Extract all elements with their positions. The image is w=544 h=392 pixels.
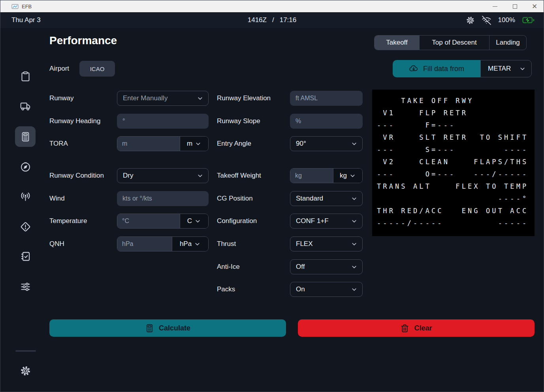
mcdu-line: V1 FLP RETR [377, 107, 531, 119]
temperature-field: C [117, 214, 209, 229]
airport-icao-input[interactable] [79, 61, 115, 77]
temperature-unit-select[interactable]: C [180, 214, 208, 228]
qnh-unit-value: hPa [180, 240, 192, 248]
sidebar-item-flight-info[interactable] [15, 66, 36, 86]
entry-angle-label: Entry Angle [217, 136, 251, 151]
sidebar-item-atc[interactable] [15, 186, 36, 207]
maximize-button[interactable] [511, 3, 518, 10]
mcdu-line: --- F=--- [377, 119, 531, 131]
maximize-icon [513, 4, 517, 9]
minimize-icon [493, 6, 497, 7]
runway-slope-label: Runway Slope [217, 114, 260, 129]
tab-takeoff[interactable]: Takeoff [375, 36, 419, 50]
fill-data-label: Fill data from [423, 65, 464, 73]
entry-angle-select[interactable]: 90° [290, 136, 363, 151]
runway-heading-label: Runway Heading [49, 114, 100, 129]
anti-ice-label: Anti-Ice [217, 259, 240, 274]
app-logo-icon[interactable] [18, 38, 33, 56]
tab-landing[interactable]: Landing [489, 36, 526, 50]
sidebar-item-performance[interactable] [15, 126, 36, 147]
runway-elevation-label: Runway Elevation [217, 91, 271, 106]
runway-label: Runway [49, 91, 73, 106]
chevron-down-icon [351, 264, 358, 270]
runway-select-value: Enter Manually [123, 94, 168, 102]
mcdu-line: --- S=--- ---- [377, 144, 531, 156]
takeoff-weight-unit-value: kg [340, 172, 347, 180]
gear-icon [20, 365, 31, 377]
tab-top-of-descent[interactable]: Top of Descent [419, 36, 489, 50]
chevron-down-icon [349, 173, 356, 179]
runway-condition-label: Runway Condition [49, 168, 104, 183]
cg-position-value: Standard [296, 195, 323, 203]
thrust-value: FLEX [296, 240, 313, 248]
wifi-off-icon[interactable] [482, 16, 491, 25]
time-separator: / [272, 16, 274, 24]
mcdu-line: V2 CLEAN FLAPS/THS [377, 156, 531, 168]
mcdu-line: VR SLT RETR TO SHIFT [377, 131, 531, 144]
battery-percent: 100% [498, 16, 515, 24]
status-clock: 1416Z / 17:16 [0, 12, 544, 28]
sidebar-item-presets[interactable] [15, 276, 36, 297]
tora-label: TORA [49, 136, 68, 151]
takeoff-weight-input[interactable] [290, 169, 333, 183]
wind-input[interactable] [117, 191, 209, 206]
close-icon: ✕ [532, 2, 537, 11]
packs-select[interactable]: On [290, 282, 363, 297]
performance-tab-bar: Takeoff Top of Descent Landing [374, 35, 527, 50]
configuration-select[interactable]: CONF 1+F [290, 214, 363, 229]
sidebar-item-settings[interactable] [15, 360, 36, 381]
qnh-input[interactable] [117, 237, 172, 251]
chevron-down-icon [519, 66, 526, 72]
calculator-icon [145, 324, 154, 333]
tora-input[interactable] [117, 137, 180, 151]
thrust-select[interactable]: FLEX [290, 236, 363, 251]
cg-position-label: CG Position [217, 191, 253, 206]
takeoff-weight-field: kg [290, 168, 363, 183]
qnh-field: hPa [117, 236, 209, 251]
sidebar-item-navigation[interactable] [15, 156, 36, 177]
sidebar-item-failures[interactable] [15, 216, 36, 237]
checklist-icon [20, 251, 31, 262]
tora-unit-select[interactable]: m [180, 137, 208, 151]
chevron-down-icon [194, 241, 201, 248]
warning-diamond-icon [20, 221, 31, 232]
runway-select[interactable]: Enter Manually [117, 91, 209, 106]
temperature-unit-value: C [187, 217, 192, 225]
packs-label: Packs [217, 282, 235, 297]
gear-icon[interactable] [466, 16, 475, 25]
sliders-icon [20, 281, 31, 292]
fill-data-button[interactable]: Fill data from [393, 60, 480, 77]
clear-button[interactable]: Clear [298, 319, 535, 337]
minimize-button[interactable] [491, 3, 499, 10]
takeoff-weight-label: Takeoff Weight [217, 168, 261, 183]
qnh-unit-select[interactable]: hPa [172, 237, 208, 251]
configuration-label: Configuration [217, 214, 257, 229]
runway-heading-input[interactable] [117, 114, 209, 129]
runway-elevation-input[interactable] [290, 91, 363, 106]
chevron-down-icon [197, 95, 203, 102]
tora-unit-value: m [187, 140, 192, 148]
calculator-icon [20, 131, 31, 142]
sidebar-item-ground-services[interactable] [15, 96, 36, 116]
runway-slope-input[interactable] [290, 114, 363, 129]
qnh-label: QNH [49, 236, 64, 251]
fill-source-select[interactable]: METAR [480, 60, 532, 77]
sidebar-item-checklists[interactable] [15, 246, 36, 266]
airport-label: Airport [49, 61, 69, 76]
clear-label: Clear [414, 324, 432, 332]
temperature-input[interactable] [117, 214, 180, 228]
anti-ice-value: Off [296, 263, 305, 271]
efb-app-icon [11, 4, 19, 9]
sidebar-divider [15, 350, 36, 352]
close-button[interactable]: ✕ [531, 3, 538, 10]
cg-position-select[interactable]: Standard [290, 191, 363, 206]
mcdu-perf-display: TAKE OFF RWY V1 FLP RETR --- F=--- VR SL… [372, 90, 535, 236]
runway-condition-select[interactable]: Dry [117, 168, 209, 183]
chevron-down-icon [351, 218, 358, 225]
zulu-time: 1416Z [248, 16, 267, 24]
takeoff-weight-unit-select[interactable]: kg [333, 169, 362, 183]
anti-ice-select[interactable]: Off [290, 259, 363, 274]
calculate-label: Calculate [159, 324, 190, 332]
calculate-button[interactable]: Calculate [49, 319, 286, 337]
mcdu-line: TAKE OFF RWY [377, 95, 531, 107]
